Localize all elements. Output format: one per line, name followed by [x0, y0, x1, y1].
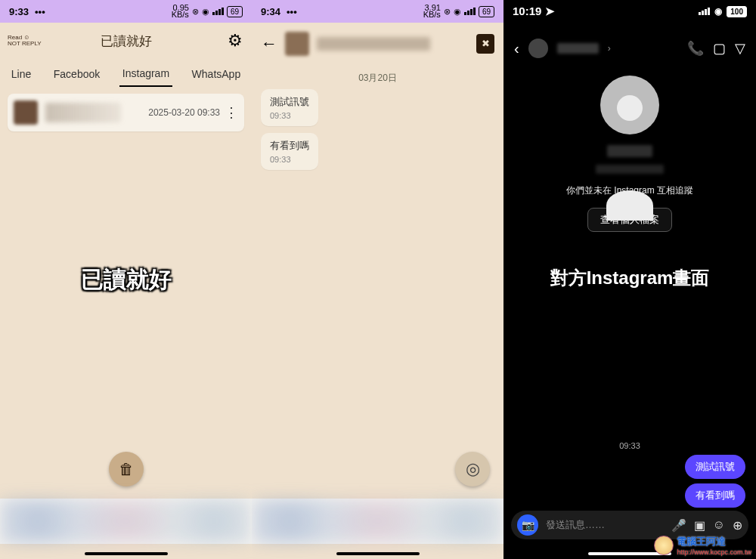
message-time: 09:33: [270, 111, 309, 120]
signal-icon: [464, 8, 476, 15]
status-bar: 9:33 ••• 0.95 KB/s ⊗ ◉ 69: [0, 0, 252, 23]
signal-icon: [699, 8, 710, 15]
avatar: [285, 32, 309, 56]
profile-avatar: [600, 76, 659, 134]
tab-facebook[interactable]: Facebook: [51, 62, 103, 86]
gear-icon[interactable]: ⚙: [228, 31, 243, 51]
avatar[interactable]: [528, 39, 548, 58]
wifi-icon: ◉: [454, 7, 461, 17]
chat-header: ← ✖: [252, 23, 503, 64]
outgoing-message: 測試訊號: [685, 455, 745, 479]
voice-off-icon: ⊗: [444, 7, 451, 17]
outgoing-message: 有看到嗎: [685, 483, 745, 508]
home-indicator: [336, 552, 420, 555]
message-text: 測試訊號: [270, 95, 309, 109]
status-dots: •••: [35, 6, 45, 17]
watermark-face-icon: [654, 536, 674, 555]
tab-whatsapp[interactable]: WhatsApp: [189, 62, 244, 86]
avatar: [14, 100, 38, 125]
incoming-message: 有看到嗎 09:33: [261, 133, 318, 170]
chat-time-separator: 09:33: [503, 441, 756, 450]
delete-fab[interactable]: 🗑: [109, 452, 144, 486]
status-bar: 10:19 ➤ ◉ 100: [503, 0, 756, 23]
profile-username-blurred: [607, 145, 652, 157]
more-icon[interactable]: ⋮: [225, 104, 238, 121]
trash-icon: 🗑: [119, 461, 134, 478]
delete-icon[interactable]: ✖: [476, 34, 494, 54]
sticker-icon[interactable]: ☺: [713, 518, 725, 532]
wifi-icon: ◉: [714, 6, 722, 17]
conversation-card[interactable]: 2025-03-20 09:33 ⋮: [8, 94, 244, 131]
profile-preview: 你們並未在 Instagram 互相追蹤 查看個人檔案: [503, 76, 756, 232]
app-title: 已讀就好: [101, 32, 152, 50]
bottom-blurred-area: [252, 499, 503, 544]
watermark: 電腦王阿達 http://www.kocpc.com.tw: [654, 535, 751, 556]
net-speed: 0.95 KB/s: [172, 5, 189, 18]
chat-header: ‹ › 📞 ▢ ▽: [503, 30, 756, 66]
chat-name-blurred: [317, 37, 430, 51]
battery-indicator: 69: [227, 6, 243, 17]
instagram-fab[interactable]: ◎: [455, 452, 490, 486]
status-time: 10:19: [513, 5, 541, 17]
watermark-url: http://www.kocpc.com.tw: [677, 548, 751, 556]
tab-line[interactable]: Line: [8, 62, 34, 86]
bottom-blurred-area: [0, 499, 252, 544]
tab-instagram[interactable]: Instagram: [119, 61, 172, 87]
net-speed: 3.91 KB/s: [423, 5, 441, 18]
camera-icon[interactable]: 📷: [517, 514, 538, 536]
home-indicator: [85, 552, 168, 555]
profile-sub-blurred: [596, 165, 664, 174]
status-time: 9:33: [9, 6, 29, 17]
overlay-caption: 已讀就好: [0, 264, 252, 295]
phone-right: 10:19 ➤ ◉ 100 ‹ › 📞 ▢ ▽ 你們並未在 Instagram …: [503, 0, 756, 559]
watermark-name: 電腦王阿達: [677, 536, 726, 547]
overlay-caption: 對方Instagram畫面: [503, 266, 756, 290]
phone-left: 9:33 ••• 0.95 KB/s ⊗ ◉ 69 Read ☺ NOT REP…: [0, 0, 252, 559]
back-icon[interactable]: ‹: [514, 40, 519, 57]
status-bar: 9:34 ••• 3.91 KB/s ⊗ ◉ 69: [252, 0, 503, 23]
signal-icon: [212, 8, 224, 15]
composer-input[interactable]: 發送訊息……: [546, 518, 664, 532]
mic-icon[interactable]: 🎤: [671, 518, 686, 533]
incoming-message: 測試訊號 09:33: [261, 89, 318, 126]
chevron-right-icon[interactable]: ›: [608, 43, 611, 54]
app-header: Read ☺ NOT REPLY 已讀就好 ⚙: [0, 23, 252, 59]
app-logo: Read ☺ NOT REPLY: [8, 35, 42, 47]
message-text: 有看到嗎: [270, 139, 309, 153]
back-icon[interactable]: ←: [261, 34, 277, 54]
conversation-timestamp: 2025-03-20 09:33: [148, 107, 220, 118]
phone-icon[interactable]: 📞: [687, 40, 704, 57]
date-separator: 03月20日: [252, 72, 503, 85]
location-icon: ➤: [545, 5, 555, 17]
chat-name-blurred: [557, 43, 599, 54]
tag-icon[interactable]: ▽: [735, 40, 745, 57]
status-dots: •••: [287, 6, 297, 17]
conversation-name-blurred: [45, 103, 121, 122]
instagram-icon: ◎: [466, 459, 480, 479]
phone-middle: 9:34 ••• 3.91 KB/s ⊗ ◉ 69 ← ✖ 03月20日 測試訊…: [252, 0, 503, 559]
wifi-icon: ◉: [202, 7, 209, 17]
message-time: 09:33: [270, 155, 309, 164]
battery-indicator: 100: [727, 6, 747, 17]
video-icon[interactable]: ▢: [713, 40, 726, 57]
status-time: 9:34: [261, 6, 280, 17]
battery-indicator: 69: [479, 6, 494, 17]
voice-off-icon: ⊗: [192, 7, 199, 17]
tab-bar: Line Facebook Instagram WhatsApp: [0, 59, 252, 89]
image-icon[interactable]: ▣: [694, 518, 705, 533]
plus-icon[interactable]: ⊕: [733, 518, 742, 533]
